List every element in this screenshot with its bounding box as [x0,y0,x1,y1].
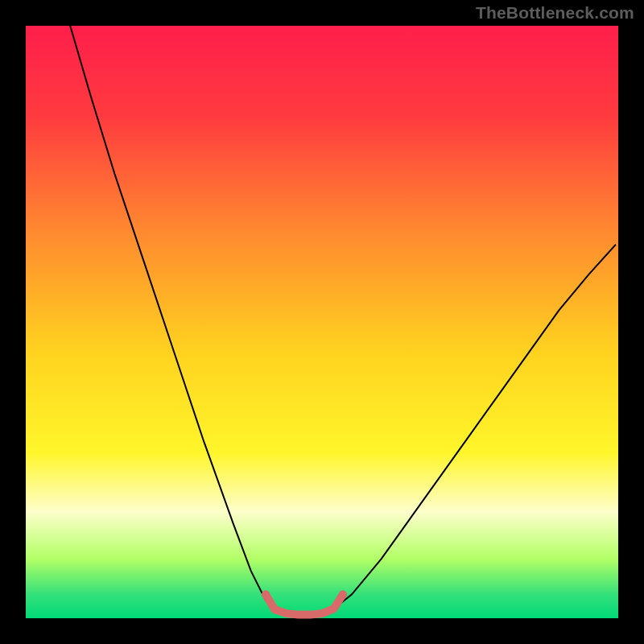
valley-marker-endpoint [339,591,347,599]
valley-marker-endpoint [262,591,270,599]
chart-stage: TheBottleneck.com [0,0,644,644]
bottleneck-chart [0,0,644,644]
gradient-background [26,26,618,618]
watermark-text: TheBottleneck.com [476,3,634,23]
